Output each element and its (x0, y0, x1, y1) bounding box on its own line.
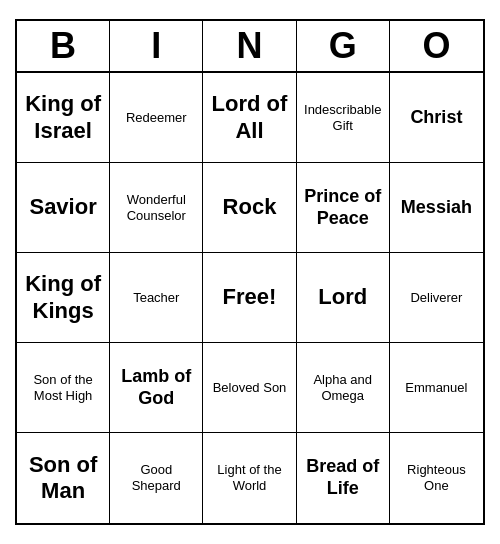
bingo-cell-13: Lord (297, 253, 390, 343)
header-letter-b: B (17, 21, 110, 71)
bingo-cell-10: King of Kings (17, 253, 110, 343)
header-letter-o: O (390, 21, 483, 71)
cell-text-15: Son of the Most High (21, 372, 105, 403)
bingo-cell-2: Lord of All (203, 73, 296, 163)
header-letter-i: I (110, 21, 203, 71)
bingo-cell-15: Son of the Most High (17, 343, 110, 433)
cell-text-19: Emmanuel (405, 380, 467, 396)
bingo-cell-8: Prince of Peace (297, 163, 390, 253)
cell-text-20: Son of Man (21, 452, 105, 505)
bingo-cell-11: Teacher (110, 253, 203, 343)
bingo-cell-19: Emmanuel (390, 343, 483, 433)
cell-text-21: Good Shepard (114, 462, 198, 493)
bingo-cell-7: Rock (203, 163, 296, 253)
cell-text-7: Rock (223, 194, 277, 220)
bingo-cell-4: Christ (390, 73, 483, 163)
cell-text-6: Wonderful Counselor (114, 192, 198, 223)
bingo-cell-0: King of Israel (17, 73, 110, 163)
cell-text-14: Deliverer (410, 290, 462, 306)
bingo-cell-6: Wonderful Counselor (110, 163, 203, 253)
cell-text-22: Light of the World (207, 462, 291, 493)
bingo-cell-16: Lamb of God (110, 343, 203, 433)
bingo-cell-23: Bread of Life (297, 433, 390, 523)
bingo-cell-1: Redeemer (110, 73, 203, 163)
bingo-cell-22: Light of the World (203, 433, 296, 523)
bingo-cell-20: Son of Man (17, 433, 110, 523)
cell-text-16: Lamb of God (114, 366, 198, 409)
cell-text-10: King of Kings (21, 271, 105, 324)
cell-text-11: Teacher (133, 290, 179, 306)
cell-text-13: Lord (318, 284, 367, 310)
cell-text-23: Bread of Life (301, 456, 385, 499)
cell-text-1: Redeemer (126, 110, 187, 126)
cell-text-5: Savior (29, 194, 96, 220)
cell-text-0: King of Israel (21, 91, 105, 144)
bingo-cell-12: Free! (203, 253, 296, 343)
bingo-cell-18: Alpha and Omega (297, 343, 390, 433)
bingo-header: BINGO (17, 21, 483, 73)
cell-text-17: Beloved Son (213, 380, 287, 396)
bingo-cell-3: Indescribable Gift (297, 73, 390, 163)
cell-text-3: Indescribable Gift (301, 102, 385, 133)
cell-text-12: Free! (223, 284, 277, 310)
cell-text-2: Lord of All (207, 91, 291, 144)
cell-text-4: Christ (410, 107, 462, 129)
header-letter-g: G (297, 21, 390, 71)
cell-text-8: Prince of Peace (301, 186, 385, 229)
bingo-cell-21: Good Shepard (110, 433, 203, 523)
bingo-cell-9: Messiah (390, 163, 483, 253)
cell-text-9: Messiah (401, 197, 472, 219)
cell-text-18: Alpha and Omega (301, 372, 385, 403)
bingo-cell-5: Savior (17, 163, 110, 253)
bingo-card: BINGO King of IsraelRedeemerLord of AllI… (15, 19, 485, 525)
bingo-cell-14: Deliverer (390, 253, 483, 343)
bingo-cell-17: Beloved Son (203, 343, 296, 433)
bingo-grid: King of IsraelRedeemerLord of AllIndescr… (17, 73, 483, 523)
cell-text-24: Righteous One (394, 462, 479, 493)
header-letter-n: N (203, 21, 296, 71)
bingo-cell-24: Righteous One (390, 433, 483, 523)
